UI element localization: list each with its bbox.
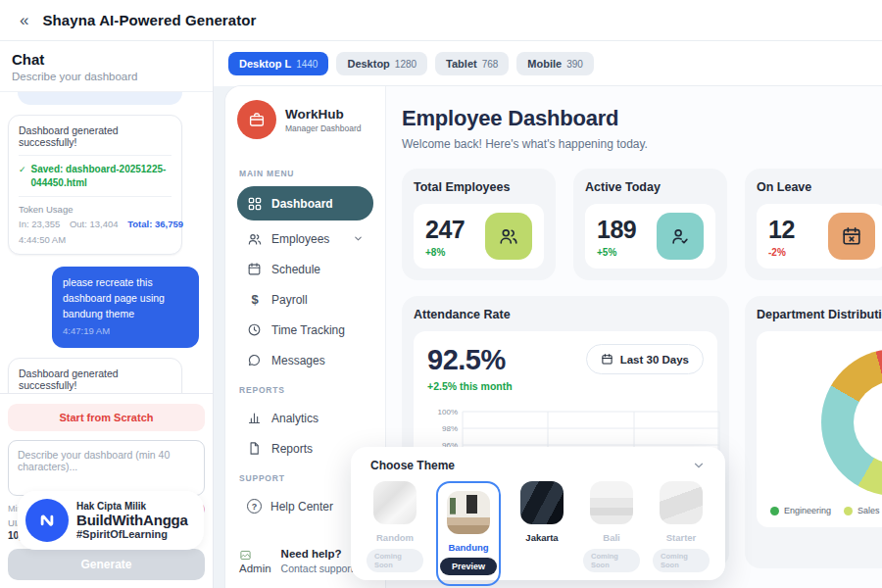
watermark-line1: Hak Cipta Milik — [76, 501, 188, 512]
sidebar-item-label: Dashboard — [271, 197, 364, 211]
app-title: Shayna AI-Powered Generator — [42, 12, 256, 28]
assistant-message: Dashboard generated successfully! ✓ Save… — [8, 115, 182, 255]
theme-option-bali[interactable]: Bali Coming Soon — [583, 481, 640, 572]
chat-bubble-icon — [247, 353, 263, 368]
tab-mobile[interactable]: Mobile 390 — [516, 52, 594, 75]
theme-name: Starter — [666, 532, 697, 543]
date-range-label: Last 30 Days — [620, 354, 689, 366]
user-check-icon — [657, 213, 704, 260]
buildwithangga-logo — [25, 499, 69, 542]
assistant-message: Dashboard generated successfully! ✓ Save… — [8, 358, 182, 394]
legend-dot-sales — [844, 507, 853, 515]
stat-change: -2% — [768, 247, 795, 258]
choose-theme-title: Choose Theme — [370, 459, 455, 472]
file-icon — [247, 441, 263, 457]
sidebar-item-label: Messages — [271, 354, 364, 368]
tokens-total: Total: 36,759 — [127, 219, 183, 229]
users-icon — [247, 231, 263, 247]
section-label-main-menu: MAIN MENU — [239, 169, 371, 178]
watermark-line3: #SpiritOfLearning — [76, 528, 188, 540]
clock-icon — [247, 322, 263, 338]
message-title: Dashboard generated successfully! — [19, 124, 172, 156]
theme-thumbnail — [660, 481, 703, 524]
avatar-alt-text: Admin — [239, 563, 271, 574]
check-icon: ✓ — [19, 164, 26, 189]
chat-panel: Chat Describe your dashboard Dashboard g… — [0, 41, 214, 588]
theme-thumbnail — [590, 481, 633, 524]
tab-label: Tablet — [446, 58, 477, 70]
tab-tablet[interactable]: Tablet 768 — [435, 52, 509, 75]
theme-option-bandung[interactable]: Bandung Preview — [436, 481, 501, 586]
date-range-button[interactable]: Last 30 Days — [586, 344, 704, 374]
contact-support-link[interactable]: Contact support — [281, 563, 354, 574]
tab-desktop[interactable]: Desktop 1280 — [336, 52, 427, 75]
app-header: « Shayna AI-Powered Generator — [0, 0, 882, 41]
collapse-sidebar-icon[interactable]: « — [20, 12, 28, 28]
stat-title: Active Today — [585, 180, 715, 194]
theme-name: Random — [376, 532, 414, 543]
tab-label: Mobile — [527, 58, 562, 70]
sidebar-item-analytics[interactable]: Analytics — [237, 403, 373, 433]
svg-text:100%: 100% — [438, 408, 458, 416]
chevron-down-icon[interactable] — [692, 459, 706, 472]
grid-icon — [247, 196, 263, 212]
saved-file-link[interactable]: Saved: dashboard-20251225-044450.html — [31, 163, 172, 189]
coming-soon-badge: Coming Soon — [653, 549, 710, 572]
stat-card-active-today: Active Today 189 +5% — [573, 169, 727, 280]
dashboard-description-input[interactable] — [8, 440, 205, 496]
briefcase-icon — [237, 100, 276, 139]
sidebar-item-employees[interactable]: Employees — [237, 223, 373, 254]
watermark-card: Hak Cipta Milik BuildWithAngga #SpiritOf… — [18, 491, 204, 550]
legend-label: Sales — [858, 506, 880, 515]
svg-text:98%: 98% — [442, 424, 458, 433]
brand-subtitle: Manager Dashboard — [285, 123, 362, 133]
generate-button[interactable]: Generate — [8, 549, 205, 580]
sidebar-item-label: Payroll — [271, 293, 364, 307]
sidebar-item-time-tracking[interactable]: Time Tracking — [237, 315, 373, 345]
stats-row: Total Employees 247 +8% — [402, 169, 882, 280]
attendance-change: +2.5% this month — [427, 380, 513, 392]
sidebar-item-payroll[interactable]: $ Payroll — [237, 284, 373, 315]
dashboard-subtitle: Welcome back! Here's what's happening to… — [402, 137, 882, 151]
device-tab-bar: Desktop L 1440 Desktop 1280 Tablet 768 M… — [214, 41, 882, 86]
watermark-line2: BuildWithAngga — [76, 512, 188, 528]
sidebar-item-messages[interactable]: Messages — [237, 345, 373, 375]
start-from-scratch-button[interactable]: Start from Scratch — [8, 404, 205, 431]
theme-name: Jakarta — [525, 532, 558, 543]
tab-desktop-l[interactable]: Desktop L 1440 — [228, 52, 328, 75]
attendance-title: Attendance Rate — [414, 308, 717, 321]
calendar-icon — [601, 353, 613, 366]
tokens-out: Out: 13,404 — [70, 219, 119, 229]
donut-chart — [821, 349, 882, 496]
legend-dot-engineering — [770, 507, 779, 515]
stat-change: +5% — [597, 247, 636, 258]
need-help-title: Need help? — [281, 548, 354, 560]
coming-soon-badge: Coming Soon — [583, 549, 640, 572]
theme-option-jakarta[interactable]: Jakarta — [514, 481, 570, 543]
sidebar-item-schedule[interactable]: Schedule — [237, 254, 373, 284]
donut-legend: Engineering Sales — [770, 506, 882, 515]
stat-card-total-employees: Total Employees 247 +8% — [402, 169, 556, 280]
stat-title: Total Employees — [414, 180, 544, 194]
sidebar-item-label: Time Tracking — [271, 323, 364, 337]
stat-title: On Leave — [757, 180, 882, 194]
users-icon — [485, 213, 532, 260]
theme-option-starter[interactable]: Starter Coming Soon — [653, 481, 710, 572]
help-icon: ? — [247, 499, 262, 514]
dashboard-title: Employee Dashboard — [402, 106, 882, 131]
attendance-value: 92.5% — [427, 344, 513, 376]
user-message-text: please recreate this dashboard page usin… — [63, 275, 188, 321]
stat-card-on-leave: On Leave 12 -2% — [745, 169, 882, 280]
message-title: Dashboard generated successfully! — [19, 368, 172, 394]
chat-subtitle: Describe your dashboard — [12, 71, 201, 82]
preview-theme-button[interactable]: Preview — [440, 558, 497, 575]
chat-message-list[interactable]: Dashboard generated successfully! ✓ Save… — [0, 92, 213, 393]
sidebar-item-dashboard[interactable]: Dashboard — [237, 186, 373, 220]
tokens-in: In: 23,355 — [19, 219, 60, 229]
theme-option-random[interactable]: Random Coming Soon — [367, 481, 423, 572]
stat-value: 12 — [768, 216, 795, 244]
tab-label: Desktop L — [239, 58, 291, 70]
chevron-down-icon — [353, 233, 364, 244]
theme-thumbnail — [447, 491, 490, 534]
calendar-x-icon — [828, 213, 875, 260]
